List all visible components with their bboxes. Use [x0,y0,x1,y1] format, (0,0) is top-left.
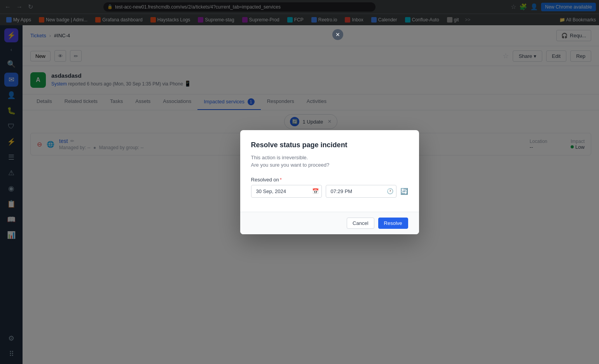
clock-icon[interactable]: 🕐 [387,188,393,194]
resolve-modal: Resolve status page incident This action… [240,130,419,234]
cancel-button[interactable]: Cancel [347,218,374,229]
time-input[interactable] [326,185,396,198]
required-indicator: * [280,177,282,183]
modal-desc-line1: This action is irreversible. [251,154,408,162]
modal-desc-line2: Are you sure you want to proceed? [251,161,408,169]
modal-title: Resolve status page incident [251,141,408,149]
refresh-icon[interactable]: 🔄 [400,188,408,195]
date-input-wrapper: 📅 [251,185,322,198]
date-input[interactable] [251,185,322,198]
resolved-on-field: Resolved on * 📅 🕐 🔄 [251,177,408,198]
calendar-icon[interactable]: 📅 [312,188,319,194]
date-time-row: 📅 🕐 🔄 [251,185,408,198]
modal-description: This action is irreversible. Are you sur… [251,154,408,169]
resolve-button[interactable]: Resolve [378,218,408,229]
resolved-on-label: Resolved on * [251,177,408,183]
time-input-wrapper: 🕐 [326,185,396,198]
modal-footer: Cancel Resolve [240,212,419,234]
close-modal-button[interactable]: ✕ [332,29,343,40]
modal-body: Resolve status page incident This action… [240,130,419,212]
